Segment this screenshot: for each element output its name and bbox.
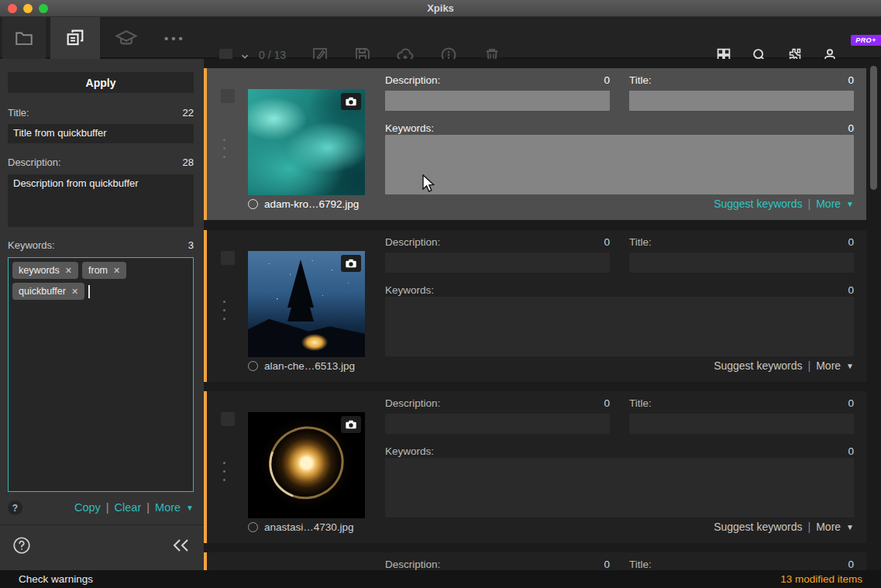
keywords-count: 0 (848, 122, 854, 134)
title-count: 22 (183, 107, 194, 119)
item-thumbnail-fire-light-spiral[interactable] (248, 412, 365, 518)
row-title-header: Title: 0 (629, 559, 854, 570)
pine-tree-silhouette (287, 260, 314, 308)
row-title-header: Title: 0 (629, 397, 854, 409)
modified-indicator-strip (204, 230, 207, 382)
item-radio[interactable] (248, 199, 258, 209)
keyword-tag[interactable]: from ✕ (82, 262, 126, 279)
collapse-sidebar-button[interactable] (170, 537, 191, 554)
clear-link[interactable]: Clear (115, 501, 142, 514)
remove-keyword-icon[interactable]: ✕ (71, 287, 78, 297)
title-input[interactable] (629, 91, 854, 111)
help-bubble-button[interactable] (12, 535, 32, 555)
description-input[interactable] (385, 414, 610, 434)
text-caret (88, 285, 90, 298)
dropdown-arrow-icon: ▼ (846, 362, 854, 370)
tab-learn[interactable] (108, 17, 144, 59)
more-link[interactable]: More (155, 501, 181, 514)
pro-plus-badge[interactable]: PRO+ (851, 35, 881, 46)
keyword-tag-text: keywords (19, 265, 60, 276)
apply-button[interactable]: Apply (8, 72, 194, 93)
link-separator: | (146, 501, 150, 514)
item-checkbox[interactable] (221, 89, 235, 103)
item-radio[interactable] (248, 361, 258, 371)
row-title-header: Title: 0 (629, 74, 854, 86)
copy-link[interactable]: Copy (74, 501, 101, 514)
description-input[interactable] (385, 253, 610, 273)
tab-add-files[interactable] (2, 17, 46, 59)
suggest-keywords-link[interactable]: Suggest keywords (714, 359, 802, 372)
keywords-edit-box[interactable]: keywords ✕ from ✕ quickbuffer ✕ (8, 257, 194, 492)
modified-items-status[interactable]: 13 modified items (780, 573, 862, 585)
keywords-label: Keywords: (385, 122, 434, 134)
drag-handle[interactable] (223, 301, 225, 320)
item-checkbox[interactable] (221, 251, 235, 265)
minimize-window-button[interactable] (23, 4, 33, 13)
row-description-header: Description: 0 (385, 559, 610, 570)
description-count: 0 (604, 74, 610, 86)
keyword-tag[interactable]: quickbuffer ✕ (12, 283, 84, 300)
item-row[interactable]: anastasi…4730.jpg Description: 0 Title: … (204, 391, 866, 543)
description-field-header: Description: 28 (8, 156, 194, 168)
check-warnings-link[interactable]: Check warnings (19, 573, 93, 585)
modified-indicator-strip (204, 552, 207, 570)
description-textarea[interactable]: Description from quickbuffer (8, 174, 194, 227)
keywords-label: Keywords: (385, 284, 434, 296)
keywords-count: 3 (188, 239, 194, 251)
title-count: 0 (848, 236, 854, 248)
remove-keyword-icon[interactable]: ✕ (65, 266, 72, 276)
more-link[interactable]: More (816, 359, 841, 372)
toolbar-more-button[interactable]: ••• (153, 17, 197, 59)
drag-handle[interactable] (223, 462, 225, 481)
more-link[interactable]: More (816, 521, 841, 533)
description-label: Description: (385, 397, 440, 409)
vertical-scrollbar-thumb[interactable] (870, 66, 877, 190)
link-separator: | (808, 521, 811, 533)
item-filename: adam-kro…6792.jpg (264, 198, 359, 210)
description-count: 28 (183, 156, 194, 168)
item-row[interactable]: adam-kro…6792.jpg Description: 0 Title: … (204, 68, 866, 220)
item-row[interactable]: alan-che…6513.jpg Description: 0 Title: … (204, 230, 866, 382)
item-checkbox[interactable] (221, 412, 235, 426)
keywords-input[interactable] (385, 297, 854, 356)
quick-buffer-sidebar: Apply Title: 22 Title from quickbuffer D… (0, 59, 204, 570)
suggest-keywords-link[interactable]: Suggest keywords (714, 198, 802, 210)
more-dots-icon: ••• (164, 32, 186, 45)
title-input[interactable] (629, 414, 854, 434)
title-field-header: Title: 22 (8, 107, 194, 119)
link-separator: | (808, 198, 811, 210)
remove-keyword-icon[interactable]: ✕ (113, 266, 120, 276)
main-toolbar: ••• 0 / 13 (0, 17, 881, 59)
item-thumbnail-night-sky-camping[interactable] (248, 251, 365, 357)
drag-handle[interactable] (223, 139, 225, 158)
more-link[interactable]: More (816, 198, 841, 210)
keywords-input[interactable] (385, 458, 854, 518)
camera-badge (341, 416, 361, 433)
item-row[interactable]: Description: 0 Title: 0 (204, 552, 866, 570)
title-input[interactable] (629, 253, 854, 273)
camera-badge (341, 93, 361, 110)
duplicate-edit-icon (64, 27, 86, 49)
keywords-help-button[interactable]: ? (8, 500, 22, 515)
status-bar: Check warnings 13 modified items (0, 570, 881, 588)
keywords-label: Keywords: (8, 239, 55, 251)
title-label: Title: (8, 107, 29, 119)
item-radio[interactable] (248, 522, 258, 532)
item-thumbnail-teal-ocean-water[interactable] (248, 89, 365, 195)
keywords-input[interactable] (385, 135, 854, 194)
mouse-cursor (422, 174, 437, 193)
title-input[interactable]: Title from quickbuffer (8, 124, 194, 143)
close-window-button[interactable] (8, 4, 17, 13)
row-description-header: Description: 0 (385, 74, 610, 86)
row-keywords-header: Keywords: 0 (385, 445, 854, 457)
link-separator: | (808, 359, 811, 372)
title-label: Title: (629, 236, 652, 248)
tab-edit-metadata[interactable] (50, 17, 100, 59)
camera-icon (345, 96, 357, 107)
zoom-window-button[interactable] (39, 4, 48, 13)
title-label: Title: (629, 397, 652, 409)
description-input[interactable] (385, 91, 610, 111)
suggest-keywords-link[interactable]: Suggest keywords (714, 521, 802, 533)
keyword-tag[interactable]: keywords ✕ (12, 262, 78, 279)
row-title-header: Title: 0 (629, 236, 854, 248)
